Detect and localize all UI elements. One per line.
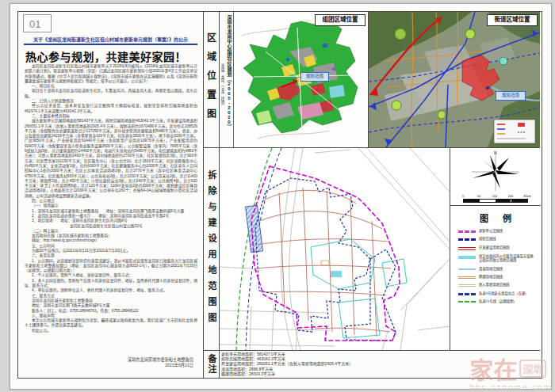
- scale-bar: 050100200300m: [463, 194, 528, 203]
- legend-items: 更新单元范围线拆除范围线开发建设用地范围线拟交由政府的公共服务设施及无偿移交政府…: [458, 229, 536, 308]
- legend-title: 图例: [450, 211, 541, 224]
- legend-label: 腾挪用地范围线: [479, 275, 503, 279]
- legend-divider: [450, 205, 541, 206]
- plan-strip-title: 深圳市龙岗中心组团分区规划（2005-2020）: [226, 15, 232, 144]
- legend-item: 划入零星用地范围线: [458, 283, 536, 287]
- legend-swatch: [458, 284, 476, 287]
- legend-label: 更新单元范围线: [479, 229, 503, 233]
- notice-paragraph: 龙岗区龙岗街道新生社区低山村城市更新单元于2018年8月被列入《2018年龙岗区…: [25, 64, 197, 84]
- notice-paragraph: 1、公示期间，对该规划草案有任何意见或建议，请以书面形式反馈至龙岗区行政服务大厅…: [25, 259, 197, 274]
- divider-bottom: [203, 350, 540, 351]
- legend-swatch: [458, 238, 476, 241]
- legend-label: 划入零星用地范围线: [479, 283, 510, 287]
- title-underline: [24, 44, 197, 45]
- legend-label: 轨道21号线（远期规划）: [479, 299, 517, 303]
- signature-agency: 深圳市龙岗区城市更新和土地整备局: [128, 357, 193, 363]
- legend-label: 拆除范围线: [479, 237, 496, 241]
- notice-body: 龙岗区龙岗街道新生社区低山村城市更新单元于2018年8月被列入《2018年龙岗区…: [25, 64, 197, 354]
- north-compass-icon: N: [468, 150, 523, 192]
- notice-paragraph: 特此公示。: [25, 329, 197, 333]
- legend-panel: N 050100200300m 图例 更新单元范围线拆除范围线开发建设用地范围线…: [450, 148, 541, 350]
- street-map-graphic: [369, 12, 540, 147]
- label-notes: 备注: [203, 351, 219, 378]
- notice-paragraph: 3、多人共同反馈的，需附每个反馈人的身份证复印件、地址，及所委托代理人的身份证复…: [25, 279, 197, 289]
- label-region-location-map: 区域位置图: [203, 12, 219, 147]
- legend-item: 轨道3号线延长线及站点（在建）: [458, 291, 536, 295]
- scale-tick: 300m: [523, 194, 531, 198]
- notice-panel: 01 关于《龙岗区龙岗街道新生社区低山村城市更新单元规划（草案）》的公示 热心参…: [18, 12, 204, 378]
- legend-item: 更新单元范围线: [458, 229, 536, 233]
- legend-swatch: [458, 230, 476, 233]
- legend-label: 清退用地范围线: [479, 267, 503, 271]
- legend-label: 轨道3号线延长线及站点（在建）: [479, 291, 529, 295]
- scale-tick: 200: [508, 194, 514, 198]
- demolition-map-graphic: [220, 148, 450, 350]
- note-line: 腾挪用地面积：28319.3平方米: [221, 371, 538, 376]
- legend-item: 开发建设用地范围线: [458, 245, 536, 250]
- legend-label: 拟交由政府的公共服务设施及无偿移交政府的独立用地范围线: [479, 254, 536, 263]
- label-demolition-construction-map: 拆除与建设用地范围图: [203, 148, 219, 350]
- document-sheet: 01 关于《龙岗区龙岗街道新生社区低山村城市更新单元规划（草案）》的公示 热心参…: [10, 3, 552, 390]
- legend-item: 拆除范围线: [458, 237, 536, 241]
- scale-tick: 50: [477, 194, 480, 198]
- legend-swatch: [458, 293, 476, 295]
- scale-tick-labels: 050100200300m: [463, 194, 528, 198]
- legend-item: 腾挪用地范围线: [458, 275, 536, 279]
- legend-item: 拟交由政府的公共服务设施及无偿移交政府的独立用地范围线: [458, 254, 536, 263]
- cluster-location-map: 组团区域位置 规划范围: [234, 12, 369, 147]
- cluster-map-plan-area-tag: 规划范围: [300, 72, 329, 82]
- scale-tick: 0: [462, 194, 464, 198]
- notes-content: 更新单元用地面积：581437.0平方米拆除范围用地面积：463042.3平方米…: [221, 352, 538, 377]
- scanned-planning-notice-page: { "page": { "number": "01" }, "notice": …: [0, 0, 555, 392]
- demolition-construction-map: [220, 148, 450, 350]
- content-frame: 01 关于《龙岗区龙岗街道新生社区低山村城市更新单元规划（草案）》的公示 热心参…: [17, 11, 542, 379]
- legend-swatch: [458, 247, 476, 250]
- legend-swatch: [458, 301, 476, 303]
- plan-name-strip: 深圳市龙岗中心组团分区规划（2005-2020） 〔龙城、龙岗、宝龙、坪地〕: [220, 12, 234, 147]
- notice-title: 关于《龙岗区龙岗街道新生社区低山村城市更新单元规划（草案）》的公示: [18, 36, 203, 43]
- notice-paragraph: 项目位于深圳市龙岗区龙岗街道新生社区，东靠龙岗河，西接龙岗大道，南侧至低山路段，…: [25, 89, 197, 99]
- legend-swatch: [458, 276, 476, 279]
- cluster-map-title: 组团区域位置: [315, 14, 366, 26]
- page-number-badge: 01: [23, 14, 52, 32]
- notice-paragraph: 本次公示的城市更新单元规划仅为草案，最终成果以政府批复为准。我们欢迎广大市民和社…: [25, 318, 197, 329]
- street-map-plan-area-tag: 规划范围: [496, 91, 526, 101]
- notice-paragraph: 1、深圳市龙岗区城市更新和土地整备局 地址：深圳市龙岗区腾飞路天安数码城6号大厦: [25, 209, 197, 214]
- street-location-map: 街道区域位置 规划范围: [369, 12, 540, 147]
- notice-paragraph: 城市更新单元范围用地面积581437平方米，拆除范围用地面积463042.3平方…: [25, 119, 197, 199]
- scale-bar-blocks: [463, 199, 528, 203]
- plan-strip-subtitle: 〔龙城、龙岗、宝龙、坪地〕: [220, 61, 224, 108]
- legend-swatch: [458, 256, 476, 259]
- street-map-title: 街道区域位置: [487, 14, 538, 26]
- legend-item: 轨道21号线（远期规划）: [458, 299, 536, 303]
- scale-tick: 100: [492, 194, 498, 198]
- legend-label: 开发建设用地范围线: [479, 245, 510, 249]
- notice-paragraph: 经公示征求意见、技术审查及现行法定图则等大纲指标核查，规划草案拆除范围用地面积由…: [25, 104, 197, 114]
- legend-swatch: [458, 268, 476, 270]
- legend-item: 清退用地范围线: [458, 267, 536, 271]
- notice-headline: 热心参与规划，共建美好家园！: [25, 48, 186, 64]
- signature-block: 深圳市龙岗区城市更新和土地整备局 2021年6月21日: [128, 357, 193, 368]
- signature-date: 2021年6月21日: [128, 363, 193, 368]
- section-label-column: 区域位置图 拆除与建设用地范围图 备注: [203, 12, 220, 378]
